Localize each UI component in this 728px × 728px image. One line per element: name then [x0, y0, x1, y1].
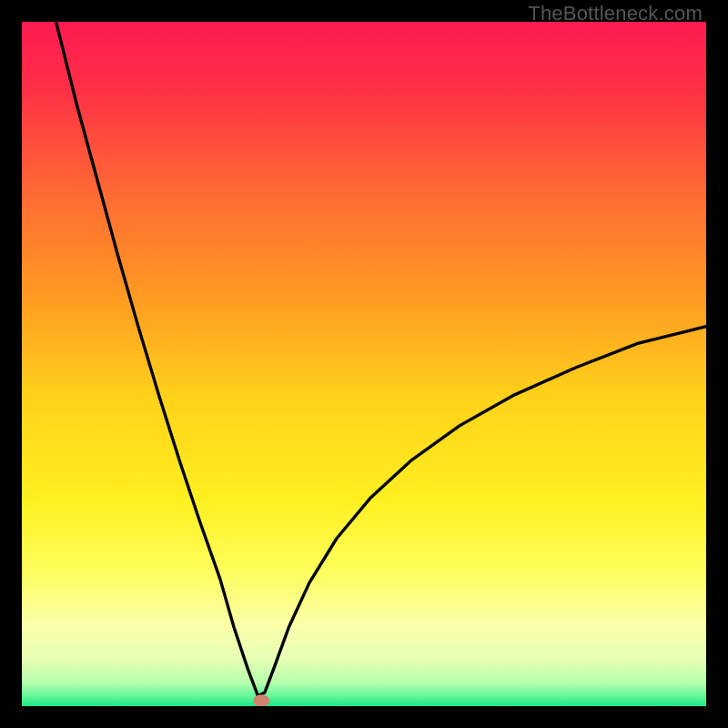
minimum-marker	[253, 694, 269, 706]
plot-area	[22, 22, 706, 706]
curve-layer	[22, 22, 706, 706]
chart-frame: TheBottleneck.com	[0, 0, 728, 728]
bottleneck-curve	[56, 22, 706, 696]
watermark-text: TheBottleneck.com	[528, 2, 703, 25]
